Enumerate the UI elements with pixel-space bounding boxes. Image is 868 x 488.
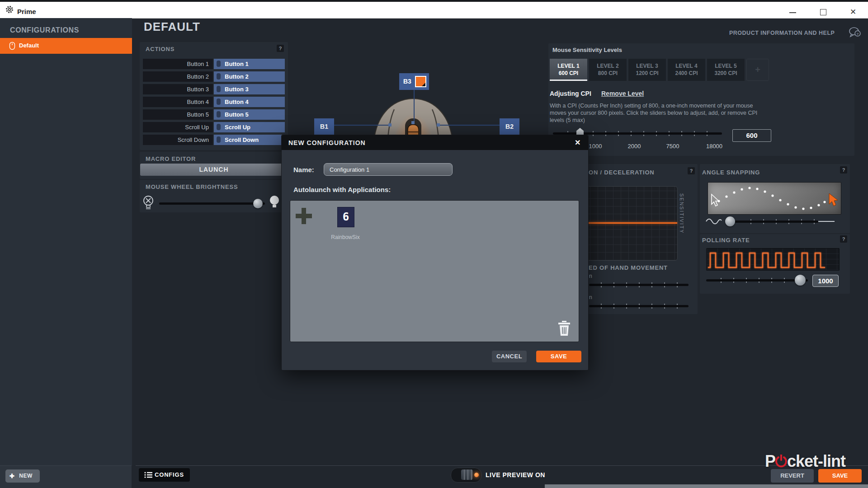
- angle-snapping-visual: [708, 182, 841, 215]
- action-slot: Button 2: [143, 71, 213, 82]
- sensitivity-tab-3[interactable]: LEVEL 3 1200 CPI: [628, 59, 666, 81]
- add-application-button[interactable]: [296, 208, 312, 224]
- modal-header: NEW CONFIGURATION ✕: [282, 135, 588, 150]
- new-config-button[interactable]: ✚ NEW: [5, 469, 40, 483]
- sensitivity-tab-4[interactable]: LEVEL 4 2400 CPI: [668, 59, 705, 81]
- action-binding-label: Button 1: [225, 59, 249, 69]
- add-level-button[interactable]: +: [746, 59, 769, 81]
- maximize-button[interactable]: [816, 8, 830, 16]
- action-binding-button[interactable]: Button 4: [214, 97, 285, 107]
- polling-rate-help-icon[interactable]: ?: [840, 235, 847, 243]
- action-binding-button[interactable]: Button 3: [214, 84, 285, 94]
- tab-cpi: 600 CPI: [550, 70, 587, 76]
- graph-x-axis-label: ED OF HAND MOVEMENT: [589, 264, 668, 271]
- configuration-name-input[interactable]: [324, 163, 453, 176]
- pocketlint-watermark: P cket-lint: [765, 452, 864, 474]
- sensitivity-tab-5[interactable]: LEVEL 5 3200 CPI: [707, 59, 745, 81]
- action-slot: Button 4: [143, 97, 213, 107]
- angle-snapping-slider[interactable]: [725, 221, 818, 223]
- remove-level-link[interactable]: Remove Level: [601, 90, 644, 97]
- cpi-description: With a CPI (Counts Per Inch) setting of …: [550, 102, 769, 124]
- tab-level: LEVEL 2: [589, 63, 627, 69]
- tab-cpi: 3200 CPI: [707, 70, 745, 76]
- b2-anchor-dot: [437, 123, 440, 127]
- action-binding-button[interactable]: Button 5: [214, 109, 285, 120]
- action-binding-button[interactable]: Scroll Down: [214, 135, 285, 145]
- b2-callout[interactable]: B2: [500, 118, 519, 135]
- action-row: Scroll Up Scroll Up: [143, 122, 285, 132]
- action-slot: Button 1: [143, 59, 213, 69]
- slider-remainder: [818, 221, 835, 222]
- angle-snapping-help-icon[interactable]: ?: [840, 166, 847, 174]
- autolaunch-label: Autolaunch with Applications:: [293, 186, 391, 193]
- acceleration-slider-label: n: [589, 273, 592, 279]
- modal-save-button[interactable]: SAVE: [536, 351, 581, 362]
- watermark-text: cket-lint: [787, 452, 845, 470]
- b3-anchor-dot: [411, 121, 415, 124]
- brightness-slider-track[interactable]: [159, 202, 265, 205]
- help-bubble-icon[interactable]: ?: [848, 26, 862, 38]
- configs-button[interactable]: CONFIGS: [139, 468, 190, 482]
- sidebar-item-default[interactable]: Default: [0, 38, 132, 54]
- live-preview-toggle[interactable]: [451, 468, 481, 483]
- new-configuration-modal: NEW CONFIGURATION ✕ Name: Autolaunch wit…: [281, 135, 589, 371]
- polling-slider[interactable]: [706, 279, 808, 282]
- sensitivity-title: Mouse Sensitivity Levels: [552, 47, 622, 53]
- action-slot: Scroll Down: [143, 135, 213, 145]
- brightness-slider-knob[interactable]: [253, 199, 263, 208]
- acceleration-help-icon[interactable]: ?: [688, 167, 695, 174]
- mouse-icon: [217, 111, 221, 117]
- modal-close-icon[interactable]: ✕: [575, 138, 580, 147]
- tab-cpi: 2400 CPI: [668, 70, 705, 76]
- sensitivity-tab-2[interactable]: LEVEL 2 800 CPI: [589, 59, 627, 81]
- new-config-label: NEW: [19, 473, 33, 479]
- action-row: Button 2 Button 2: [143, 71, 285, 82]
- modal-cancel-button[interactable]: CANCEL: [492, 351, 527, 362]
- action-row: Button 3 Button 3: [143, 84, 285, 94]
- action-binding-button[interactable]: Scroll Up: [214, 122, 285, 132]
- bulb-on-icon: [268, 195, 281, 208]
- sidebar-item-label: Default: [19, 42, 39, 49]
- macro-launch-button[interactable]: LAUNCH: [140, 164, 288, 176]
- b3-callout[interactable]: B3: [399, 73, 429, 90]
- wheel-brightness-panel: MOUSE WHEEL BRIGHTNESS: [140, 180, 288, 212]
- macro-editor-panel: MACRO EDITOR LAUNCH: [140, 152, 288, 179]
- angle-snapping-knob[interactable]: [725, 216, 735, 226]
- deceleration-slider[interactable]: [589, 305, 689, 307]
- action-binding-label: Button 2: [225, 71, 249, 82]
- mouse-icon: [217, 73, 221, 80]
- actions-help-icon[interactable]: ?: [277, 45, 284, 52]
- cpi-value-box[interactable]: 600: [732, 129, 771, 142]
- trash-icon[interactable]: [557, 321, 571, 336]
- tab-level: LEVEL 1: [550, 63, 587, 69]
- wave-icon: [705, 218, 722, 225]
- live-preview-label: LIVE PREVIEW ON: [486, 471, 545, 479]
- acceleration-slider[interactable]: [589, 284, 689, 286]
- product-info-help-link[interactable]: PRODUCT INFORMATION AND HELP: [729, 30, 835, 36]
- b3-callout-line: [414, 90, 415, 122]
- app-name-label: RainbowSix: [325, 234, 366, 240]
- polling-rate-visual: [706, 248, 840, 271]
- polling-rate-title: POLLING RATE: [702, 237, 750, 244]
- polling-value-box[interactable]: 1000: [812, 275, 839, 287]
- minimize-button[interactable]: [786, 8, 799, 16]
- modal-title: NEW CONFIGURATION: [288, 139, 366, 146]
- tab-level: LEVEL 3: [628, 63, 666, 69]
- deceleration-slider-label: n: [589, 294, 592, 300]
- sensitivity-tab-1[interactable]: LEVEL 1 600 CPI: [550, 59, 587, 81]
- wheel-brightness-header: MOUSE WHEEL BRIGHTNESS: [146, 183, 238, 190]
- window-title: Prime: [17, 8, 36, 15]
- cpi-tick-label: 2000: [623, 143, 645, 150]
- rainbowsix-app-icon[interactable]: 6: [337, 207, 354, 227]
- close-button[interactable]: ✕: [846, 8, 860, 16]
- polling-knob[interactable]: [795, 275, 806, 286]
- action-binding-label: Scroll Down: [225, 135, 259, 145]
- bulb-off-icon: [142, 195, 155, 209]
- taskbar-strip: [545, 484, 868, 488]
- b1-callout[interactable]: B1: [314, 118, 334, 135]
- action-binding-button[interactable]: Button 2: [214, 71, 285, 82]
- title-bar: Prime ✕: [0, 2, 868, 19]
- action-binding-button[interactable]: Button 1: [214, 59, 285, 69]
- plus-icon: ✚: [9, 469, 14, 483]
- autolaunch-apps-panel: 6 RainbowSix: [290, 200, 579, 342]
